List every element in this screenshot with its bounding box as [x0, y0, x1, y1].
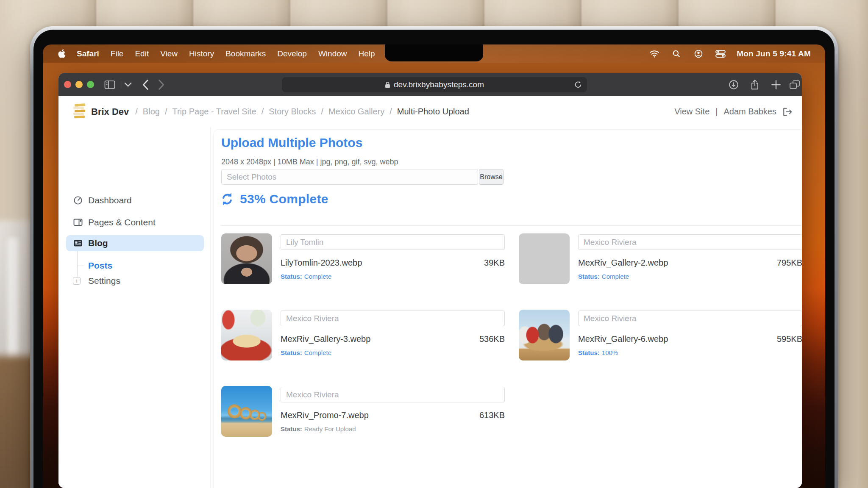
upload-thumbnail	[221, 386, 272, 437]
share-icon[interactable]	[749, 79, 760, 90]
downloads-icon[interactable]	[728, 79, 739, 90]
photo-label-input[interactable]	[578, 311, 802, 326]
menu-edit[interactable]: Edit	[135, 49, 149, 58]
zoom-window-button[interactable]	[87, 81, 94, 88]
breadcrumb-story-blocks[interactable]: Story Blocks	[269, 107, 316, 116]
apple-logo-icon[interactable]	[58, 49, 66, 58]
sidebar-item-dashboard[interactable]: Dashboard	[58, 195, 210, 206]
photo-label-input[interactable]	[281, 311, 505, 326]
back-icon[interactable]	[140, 79, 151, 90]
minimize-window-button[interactable]	[75, 81, 83, 88]
brand-name[interactable]: Brix Dev	[91, 106, 129, 117]
breadcrumb-separator: /	[135, 107, 138, 116]
wifi-icon[interactable]	[649, 50, 659, 58]
upload-thumbnail	[519, 310, 570, 360]
breadcrumb-separator: /	[165, 107, 167, 116]
breadcrumb-mexico-gallery[interactable]: Mexico Gallery	[328, 107, 384, 116]
sidebar-label: Posts	[88, 261, 112, 271]
upload-thumbnail	[221, 310, 272, 360]
menu-safari[interactable]: Safari	[77, 49, 99, 58]
photo-label-input[interactable]	[578, 234, 802, 250]
upload-progress: 53% Complete	[240, 192, 328, 206]
sidebar-label: Pages & Content	[88, 217, 156, 227]
status-value: 100%	[602, 349, 618, 356]
user-name[interactable]: Adam Babkes	[723, 107, 776, 116]
address-bar[interactable]: dev.brixbybabysteps.com	[282, 77, 587, 92]
upload-thumbnail	[221, 233, 272, 284]
status-label: Status:	[578, 273, 600, 280]
browse-button[interactable]: Browse	[479, 169, 504, 185]
url-text: dev.brixbybabysteps.com	[394, 80, 484, 89]
tab-overview-icon[interactable]	[789, 79, 800, 90]
reload-icon[interactable]	[574, 80, 582, 89]
sync-icon	[220, 192, 234, 206]
select-photos-input[interactable]	[221, 169, 478, 185]
upload-filesize: 595KB	[777, 334, 802, 344]
menu-history[interactable]: History	[189, 49, 214, 58]
upload-item: MexRiv_Gallery-6.webp 595KB Status:100%	[519, 310, 802, 373]
user-icon[interactable]	[693, 50, 704, 58]
menu-bar-clock[interactable]: Mon Jun 5 9:41 AM	[737, 49, 811, 58]
breadcrumb-separator: /	[389, 107, 392, 116]
sidebar-item-blog[interactable]: Blog	[58, 238, 210, 249]
upload-item: LilyTomlin-2023.webp 39KB Status:Complet…	[221, 233, 505, 297]
menu-develop[interactable]: Develop	[277, 49, 307, 58]
status-label: Status:	[281, 349, 302, 356]
sidebar-label: Dashboard	[88, 195, 132, 205]
close-window-button[interactable]	[64, 81, 71, 88]
photo-label-input[interactable]	[281, 234, 505, 250]
lock-icon	[385, 81, 390, 89]
sidebar-item-posts[interactable]: Posts	[58, 260, 210, 271]
breadcrumb-separator: /	[321, 107, 323, 116]
status-value: Complete	[304, 349, 331, 356]
upload-thumbnail	[519, 233, 570, 284]
status-value: Complete	[602, 273, 629, 280]
control-center-icon[interactable]	[715, 50, 726, 58]
search-icon[interactable]	[671, 50, 682, 58]
sidebar-item-pages-content[interactable]: Pages & Content	[58, 217, 210, 228]
menu-view[interactable]: View	[160, 49, 178, 58]
sidebar-item-settings[interactable]: Settings	[58, 275, 210, 286]
status-value: Complete	[304, 273, 331, 280]
upload-item: MexRiv_Gallery-2.webp 795KB Status:Compl…	[519, 233, 802, 297]
upload-filesize: 795KB	[777, 258, 802, 268]
status-value: Ready For Upload	[304, 425, 356, 433]
photo-label-input[interactable]	[281, 387, 505, 402]
brix-logo-icon[interactable]	[73, 103, 86, 120]
dashboard-icon	[73, 195, 83, 205]
browser-toolbar: dev.brixbybabysteps.com	[58, 73, 802, 96]
upload-panel: Upload Multiple Photos 2048 x 2048px | 1…	[213, 129, 802, 488]
toolbar-separator	[121, 80, 121, 89]
upload-filename: MexRiv_Gallery-2.webp	[578, 258, 668, 267]
forward-icon[interactable]	[156, 79, 167, 90]
cms-sidebar: Dashboard Pages & Content	[58, 127, 211, 488]
cms-header: Brix Dev / Blog / Trip Page - Travel Sit…	[58, 96, 802, 127]
sidebar-label: Settings	[88, 276, 120, 286]
pages-content-icon	[73, 217, 83, 227]
view-site-link[interactable]: View Site	[674, 107, 709, 116]
logout-icon[interactable]	[782, 107, 793, 116]
upload-status: Status:Complete	[578, 273, 629, 280]
upload-filesize: 613KB	[479, 410, 505, 420]
upload-requirements: 2048 x 2048px | 10MB Max | jpg, png, gif…	[221, 158, 398, 166]
menu-window[interactable]: Window	[318, 49, 347, 58]
breadcrumb-trip-page[interactable]: Trip Page - Travel Site	[172, 107, 256, 116]
new-tab-icon[interactable]	[771, 79, 782, 90]
upload-status: Status:100%	[578, 349, 618, 356]
breadcrumb-blog[interactable]: Blog	[143, 107, 160, 116]
menu-help[interactable]: Help	[358, 49, 375, 58]
screen-bezel: Safari File Edit View History Bookmarks …	[33, 30, 835, 488]
menu-bookmarks[interactable]: Bookmarks	[225, 49, 266, 58]
upload-filename: MexRiv_Gallery-3.webp	[281, 334, 370, 344]
status-label: Status:	[281, 425, 302, 433]
sidebar-label: Blog	[88, 238, 108, 248]
upload-status: Status:Ready For Upload	[281, 425, 356, 433]
upload-filename: MexRiv_Promo-7.webp	[281, 410, 369, 420]
upload-filename: MexRiv_Gallery-6.webp	[578, 334, 668, 344]
upload-status: Status:Complete	[281, 273, 331, 280]
macbook-frame: Safari File Edit View History Bookmarks …	[30, 26, 838, 488]
sidebar-toggle-icon[interactable]	[104, 79, 115, 90]
chevron-down-icon[interactable]	[124, 79, 132, 90]
upload-item: MexRiv_Promo-7.webp 613KB Status:Ready F…	[221, 386, 505, 449]
menu-file[interactable]: File	[111, 49, 124, 58]
